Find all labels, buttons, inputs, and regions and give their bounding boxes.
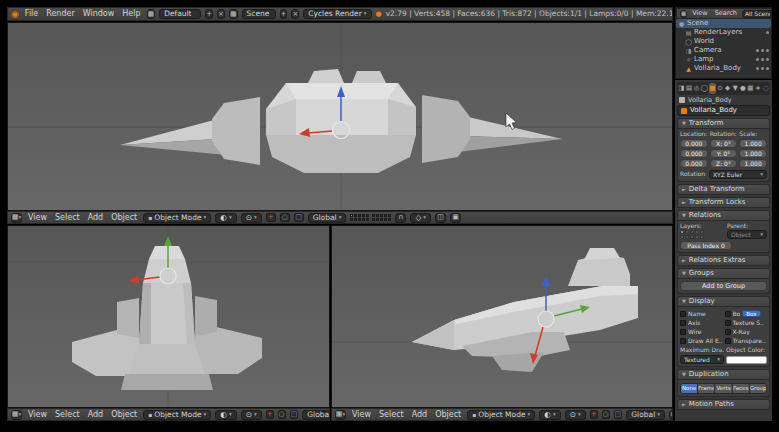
scene-selector[interactable]: Scene	[242, 9, 276, 19]
checkbox-transparent[interactable]	[725, 338, 731, 344]
tab-render-icon[interactable]: ◨	[678, 83, 685, 94]
snap-element-selector[interactable]: ◇▾	[410, 213, 431, 223]
restrict-icons[interactable]	[756, 49, 769, 52]
scene-add-button[interactable]: +	[280, 9, 288, 19]
tab-texture-icon[interactable]: ▦	[747, 83, 754, 94]
viewport-shading-selector[interactable]: ◐▾	[539, 410, 560, 420]
tab-physics-icon[interactable]: ◌	[762, 83, 769, 94]
add-to-group-button[interactable]: Add to Group	[680, 281, 767, 291]
menu-help[interactable]: Help	[120, 10, 142, 18]
scale-x-field[interactable]: 1.000	[739, 139, 767, 148]
snap-magnet-toggle[interactable]: ∩	[395, 213, 406, 223]
location-z-field[interactable]: 0.000	[680, 159, 708, 168]
menu-object[interactable]: Object	[109, 214, 139, 222]
manipulator-translate-toggle[interactable]: +	[266, 213, 276, 222]
section-groups[interactable]: ▼ Groups	[677, 268, 770, 279]
tab-particles-icon[interactable]: ∗	[755, 83, 762, 94]
render-engine-selector[interactable]: Cycles Render ▾	[303, 9, 371, 19]
menu-add[interactable]: Add	[86, 411, 106, 419]
menu-select[interactable]: Select	[377, 411, 406, 419]
menu-select[interactable]: Select	[53, 411, 82, 419]
menu-view[interactable]: View	[26, 214, 49, 222]
checkbox-name[interactable]	[680, 311, 686, 317]
blender-logo-icon[interactable]: ◉	[11, 10, 19, 19]
tab-world-icon[interactable]: ◯	[701, 83, 708, 94]
outliner-item-vollaria-body[interactable]: ▲ Vollaria_Body	[676, 64, 771, 73]
duplication-frames[interactable]: Frames	[698, 384, 715, 393]
section-relations[interactable]: ▼ Relations	[677, 210, 770, 221]
manipulator-rotate-toggle[interactable]: ○	[280, 213, 290, 222]
snap-magnet-toggle[interactable]: ∩	[669, 410, 673, 420]
menu-add[interactable]: Add	[86, 214, 106, 222]
viewport-shading-selector[interactable]: ◐▾	[215, 410, 236, 420]
transform-orientation-selector[interactable]: Global ▾	[626, 410, 665, 420]
screen-delete-button[interactable]: ×	[217, 9, 225, 19]
section-display[interactable]: ▼ Display	[677, 296, 770, 307]
tab-constraints-icon[interactable]: ⊙	[717, 83, 724, 94]
location-x-field[interactable]: 0.000	[680, 139, 708, 148]
section-transform-locks[interactable]: ► Transform Locks	[677, 197, 770, 208]
manipulator-x-arrow[interactable]	[128, 276, 139, 284]
menu-window[interactable]: Window	[81, 10, 117, 18]
render-still-button[interactable]: ◫	[435, 213, 446, 223]
viewport-front-ortho[interactable]	[7, 225, 330, 408]
checkbox-xray[interactable]	[725, 329, 731, 335]
restrict-icons[interactable]	[766, 31, 769, 34]
manipulator-translate-toggle[interactable]: +	[590, 410, 598, 419]
menu-view[interactable]: View	[26, 411, 49, 419]
duplication-none[interactable]: None	[681, 384, 698, 393]
transform-orientation-selector[interactable]: Global ▾	[302, 410, 330, 420]
manipulator-rotate-toggle[interactable]: ○	[278, 410, 286, 419]
tab-material-icon[interactable]: ●	[739, 83, 746, 94]
viewport-perspective[interactable]	[331, 225, 673, 408]
outliner-item-renderlayers[interactable]: ▤ RenderLayers	[676, 28, 771, 37]
rotation-z-field[interactable]: Z: 0°	[710, 159, 738, 168]
tab-object-icon[interactable]: ■	[709, 83, 716, 94]
restrict-icons[interactable]	[756, 58, 769, 61]
object-layers-grid[interactable]	[680, 230, 724, 239]
object-color-swatch[interactable]	[726, 356, 767, 364]
scale-y-field[interactable]: 1.000	[739, 149, 767, 158]
mode-selector[interactable]: ▪ Object Mode ▾	[467, 410, 535, 420]
menu-object[interactable]: Object	[433, 411, 463, 419]
tab-modifiers-icon[interactable]: ◆	[724, 83, 731, 94]
outliner-item-lamp[interactable]: ☼ Lamp	[676, 55, 771, 64]
checkbox-bounds[interactable]	[725, 311, 731, 317]
rotation-x-field[interactable]: X: 0°	[710, 139, 738, 148]
menu-add[interactable]: Add	[410, 411, 430, 419]
tab-render-layers-icon[interactable]: ▤	[686, 83, 693, 94]
checkbox-axis[interactable]	[680, 320, 686, 326]
viewport-back-ortho[interactable]	[7, 22, 673, 211]
pivot-point-selector[interactable]: ⊙▾	[565, 410, 586, 420]
mode-selector[interactable]: ▪ Object Mode ▾	[143, 410, 211, 420]
section-motion-paths[interactable]: ► Motion Paths	[677, 399, 770, 410]
bounds-type-selector[interactable]: Box	[742, 310, 760, 317]
max-draw-type-selector[interactable]: Textured ▾	[680, 355, 724, 364]
manipulator-scale-toggle[interactable]: □	[614, 410, 623, 419]
outliner-item-camera[interactable]: ◨ Camera	[676, 46, 771, 55]
checkbox-draw-all-edges[interactable]	[680, 338, 686, 344]
editor-type-selector[interactable]: ▦▾	[11, 213, 22, 223]
rotation-y-field[interactable]: Y: 0°	[710, 149, 738, 158]
duplication-verts[interactable]: Verts	[715, 384, 732, 393]
outliner-menu-search[interactable]: Search	[713, 10, 739, 17]
menu-object[interactable]: Object	[109, 411, 139, 419]
duplication-faces[interactable]: Faces	[733, 384, 750, 393]
scene-browse-icon[interactable]: ▦	[229, 9, 238, 19]
pivot-point-selector[interactable]: ⊙▾	[241, 410, 262, 420]
editor-type-selector[interactable]: ▦▾	[11, 410, 22, 420]
menu-file[interactable]: File	[23, 10, 40, 18]
viewport-shading-selector[interactable]: ◐▾	[215, 213, 236, 223]
pass-index-field[interactable]: Pass Index 0	[680, 241, 732, 250]
mode-selector[interactable]: ▪ Object Mode ▾	[143, 213, 211, 223]
object-name-field[interactable]: Vollaria_Body	[677, 105, 770, 116]
render-anim-button[interactable]: ▣	[450, 213, 461, 223]
manipulator-scale-toggle[interactable]: □	[290, 410, 299, 419]
section-transform[interactable]: ▼ Transform	[677, 118, 770, 129]
manipulator-y-arrow[interactable]	[164, 236, 172, 246]
scene-delete-button[interactable]: ×	[291, 9, 299, 19]
screen-add-button[interactable]: +	[205, 9, 213, 19]
section-delta-transform[interactable]: ► Delta Transform	[677, 184, 770, 195]
editor-type-selector[interactable]: ▦▾	[335, 410, 346, 420]
editor-type-selector[interactable]: ▦	[680, 10, 687, 18]
